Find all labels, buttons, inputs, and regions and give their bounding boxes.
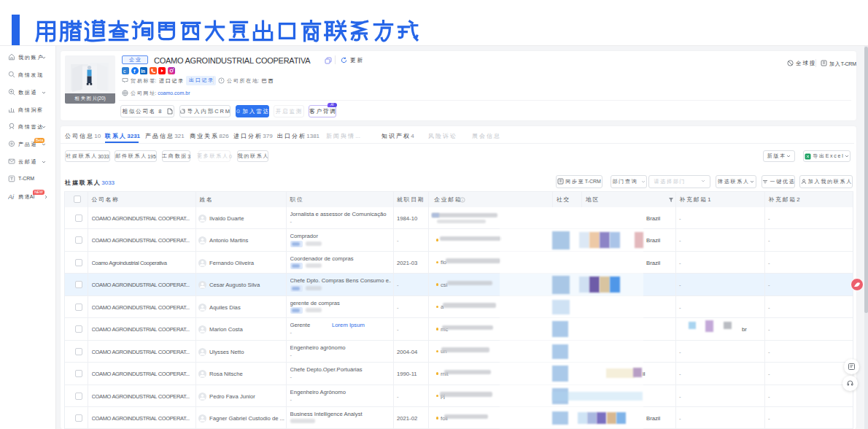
svg-text:f: f (133, 68, 136, 74)
svg-text:in: in (141, 69, 145, 74)
svg-text:Ai: Ai (8, 193, 15, 200)
svg-text:c: c (123, 69, 126, 74)
